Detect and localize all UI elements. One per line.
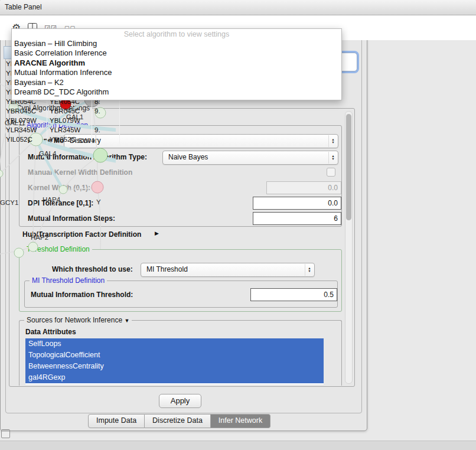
dropdown-item[interactable]: Dream8 DC_TDC Algorithm <box>12 87 341 97</box>
network-node[interactable] <box>92 181 103 193</box>
network-node[interactable] <box>14 248 24 257</box>
chevron-down-icon: ▼ <box>124 318 129 324</box>
sources-label: Sources for Network Inference <box>27 316 122 324</box>
sources-group: Sources for Network Inference ▼ Data Att… <box>19 320 342 386</box>
apply-button[interactable]: Apply <box>159 394 201 408</box>
dropdown-item[interactable]: Bayesian – Hill Climbing <box>12 39 341 48</box>
stepper-arrows-icon: ▲▼ <box>305 264 314 276</box>
kernel-width-field[interactable]: 0.0 <box>266 181 341 194</box>
network-node[interactable] <box>59 185 67 194</box>
dropdown-placeholder: Select algorithm to view settings <box>12 30 341 39</box>
dropdown-item-selected[interactable]: ARACNE Algorithm <box>12 58 341 68</box>
attribute-list: SelfLoops TopologicalCoefficient Between… <box>25 338 324 384</box>
network-node[interactable] <box>93 148 107 162</box>
stepper-arrows-icon: ▲▼ <box>328 135 337 147</box>
bottom-tab-bar: Impute Data Discretize Data Infer Networ… <box>88 414 270 427</box>
combobox-value: MI Threshold <box>146 263 188 276</box>
attribute-item[interactable]: SelfLoops <box>25 338 324 350</box>
node-label: HAP2 <box>31 234 48 241</box>
mi-threshold-label: Mutual Information Threshold: <box>31 291 133 299</box>
attribute-item[interactable]: BetweennessCentrality <box>25 361 324 372</box>
stepper-arrows-icon: ▲▼ <box>328 152 337 164</box>
group-title: MI Threshold Definition <box>30 276 107 285</box>
tab-impute-data[interactable]: Impute Data <box>88 414 145 428</box>
dropdown-item[interactable]: Basic Correlation Inference <box>12 48 341 58</box>
node-label: Y <box>96 198 101 206</box>
which-threshold-label: Which threshold to use: <box>52 265 133 273</box>
dropdown-item[interactable]: Mutual Information Inference <box>12 68 341 77</box>
minimized-panel-icon[interactable] <box>1 429 10 438</box>
mi-threshold-group: MI Threshold Definition Mutual Informati… <box>24 281 338 308</box>
data-attributes-label: Data Attributes <box>25 328 76 336</box>
tab-discretize-data[interactable]: Discretize Data <box>145 414 211 428</box>
dpi-tolerance-field[interactable]: 0.0 <box>253 197 341 210</box>
which-threshold-combobox[interactable]: MI Threshold ▲▼ <box>141 263 315 277</box>
attribute-item[interactable]: gal4RGexp <box>25 372 324 383</box>
manual-kernel-checkbox[interactable] <box>327 168 335 177</box>
node-label: GCY1 <box>0 199 18 206</box>
scrollbar-thumb[interactable] <box>346 114 351 220</box>
mi-type-combobox[interactable]: Naive Bayes ▲▼ <box>162 151 338 165</box>
tab-infer-network[interactable]: Infer Network <box>211 414 270 428</box>
node-label: GAL4 <box>39 150 57 157</box>
bottom-strip <box>0 441 476 450</box>
dropdown-item[interactable]: Bayesian – K2 <box>12 78 341 87</box>
algorithm-dropdown-popup: Select algorithm to view settings Bayesi… <box>11 28 342 100</box>
desktop: Control Panel ✕ Network Style Select Cyn… <box>0 0 476 450</box>
mi-threshold-field[interactable]: 0.5 <box>250 288 337 301</box>
mi-steps-field[interactable]: 6 <box>253 212 341 225</box>
chevron-right-icon[interactable]: ▶ <box>155 230 159 236</box>
sources-section-toggle[interactable]: Sources for Network Inference ▼ <box>24 316 132 324</box>
network-node[interactable] <box>28 242 38 252</box>
attribute-item[interactable]: TopologicalCoefficient <box>25 350 324 361</box>
combobox-value: Naive Bayes <box>168 151 208 164</box>
node-label: HAP4 <box>43 196 61 203</box>
settings-scrollbar[interactable] <box>345 111 353 384</box>
